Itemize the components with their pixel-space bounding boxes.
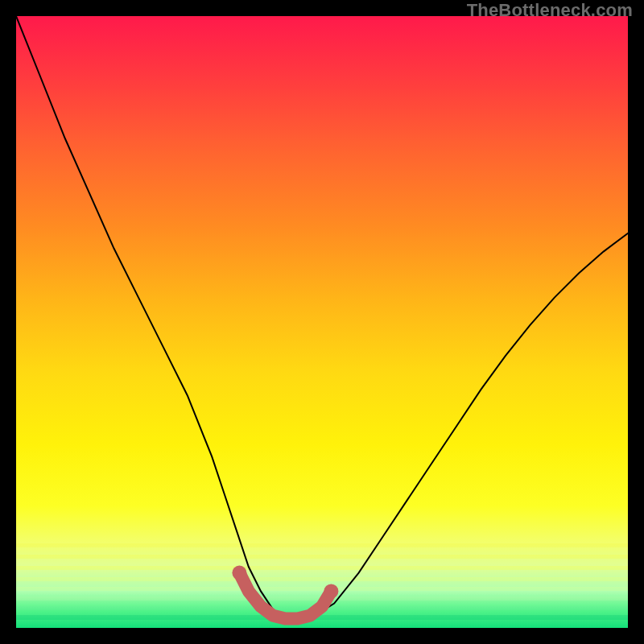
chart-stage: TheBottleneck.com: [0, 0, 644, 644]
dip-endpoint-right: [324, 584, 338, 598]
bottleneck-dip-highlight: [239, 573, 331, 619]
bottleneck-curve: [16, 16, 628, 621]
chart-svg: [16, 16, 628, 628]
plot-area: [16, 16, 628, 628]
dip-endpoint-left: [232, 566, 246, 580]
